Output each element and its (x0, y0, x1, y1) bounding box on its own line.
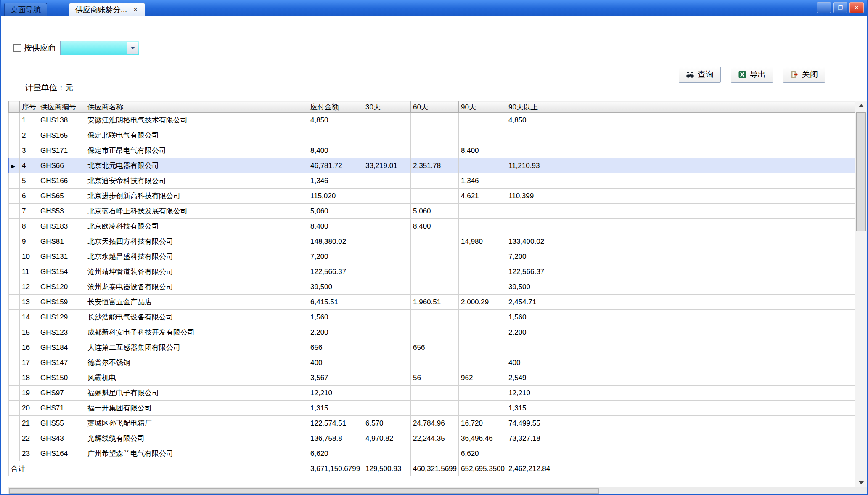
table-cell (411, 355, 459, 370)
table-row[interactable]: 19GHS97福鼎魁星电子有限公司12,21012,210 (9, 386, 857, 401)
table-cell: 6,620 (459, 446, 506, 461)
table-row[interactable]: 13GHS159长安恒富五金产品店6,415.511,960.512,000.2… (9, 295, 857, 310)
table-row[interactable]: 5GHS166北京迪安帝科技有限公司1,3461,346 (9, 173, 857, 189)
row-marker-icon: ▶ (11, 163, 15, 169)
table-cell: 保定市正昂电气有限公司 (85, 143, 308, 158)
table-cell: 4 (20, 158, 38, 173)
combobox-dropdown-button[interactable] (127, 42, 138, 54)
table-cell (363, 173, 411, 189)
vertical-scrollbar[interactable] (855, 101, 867, 487)
table-cell: 4,850 (506, 113, 554, 128)
table-row[interactable]: 16GHS184大连第二互感器集团有限公司656656 (9, 340, 857, 355)
table-cell: 11 (20, 264, 38, 279)
supplier-combobox[interactable] (60, 41, 139, 55)
horizontal-scrollbar-thumb[interactable] (9, 488, 599, 494)
table-cell (363, 189, 411, 204)
table-cell (411, 386, 459, 401)
table-row[interactable]: 3GHS171保定市正昂电气有限公司8,4008,400 (9, 143, 857, 158)
table-cell: 2,200 (506, 325, 554, 340)
column-header[interactable]: 序号 (20, 101, 38, 113)
table-row[interactable]: 21GHS55藁城区孙飞配电箱厂122,574.516,57024,784.96… (9, 416, 857, 431)
table-cell (363, 264, 411, 279)
table-row[interactable]: 22GHS43光辉线缆有限公司136,758.84,970.8222,244.3… (9, 431, 857, 446)
column-header[interactable] (554, 101, 857, 113)
table-row[interactable]: 7GHS53北京蓝石峰上科技发展有限公司5,0605,060 (9, 204, 857, 219)
table-cell: 长沙浩能电气设备有限公司 (85, 310, 308, 325)
table-cell (411, 401, 459, 416)
table-cell-filler (554, 340, 857, 355)
table-cell: 8,400 (411, 219, 459, 234)
column-header[interactable]: 90天以上 (506, 101, 554, 113)
close-page-button-label: 关闭 (802, 69, 818, 80)
query-button[interactable]: 查询 (679, 67, 721, 82)
table-cell (506, 446, 554, 461)
table-cell (363, 325, 411, 340)
exit-door-icon (790, 70, 799, 79)
table-cell: 133,400.02 (506, 234, 554, 249)
table-cell: 2,200 (308, 325, 363, 340)
table-row[interactable]: 14GHS129长沙浩能电气设备有限公司1,5601,560 (9, 310, 857, 325)
table-row[interactable]: ▶4GHS66北京北元电器有限公司46,781.7233,219.012,351… (9, 158, 857, 173)
table-cell-filler (554, 355, 857, 370)
table-row[interactable]: 2GHS165保定北联电气有限公司 (9, 128, 857, 143)
close-page-button[interactable]: 关闭 (783, 67, 825, 82)
window-controls: ─ ❐ ✕ (817, 2, 864, 13)
table-cell: 4,970.82 (363, 431, 411, 446)
table-row[interactable]: 18GHS150风霸机电3,567569622,549 (9, 370, 857, 386)
table-row[interactable]: 12GHS120沧州龙泰电器设备有限公司39,50039,500 (9, 279, 857, 295)
column-header[interactable]: 应付金额 (308, 101, 363, 113)
table-row[interactable]: 6GHS65北京进步创新高科技有限公司115,0204,621110,399 (9, 189, 857, 204)
supplier-filter-checkbox[interactable] (13, 44, 21, 52)
table-cell-filler (554, 325, 857, 340)
table-cell: GHS129 (38, 310, 85, 325)
table-header-row: 序号供应商编号供应商名称应付金额30天60天90天90天以上 (9, 101, 857, 113)
column-header[interactable]: 供应商编号 (38, 101, 85, 113)
supplier-filter-label: 按供应商 (24, 43, 56, 53)
table-cell: 11,210.93 (506, 158, 554, 173)
column-header[interactable]: 30天 (363, 101, 411, 113)
table-row[interactable]: 15GHS123成都新科安电子科技开发有限公司2,2002,200 (9, 325, 857, 340)
minimize-button[interactable]: ─ (817, 2, 831, 13)
table-cell: GHS55 (38, 416, 85, 431)
column-header[interactable]: 90天 (459, 101, 506, 113)
table-cell-filler (554, 113, 857, 128)
vertical-scrollbar-thumb[interactable] (856, 112, 866, 231)
table-cell-filler (554, 234, 857, 249)
table-cell: 36,496.46 (459, 431, 506, 446)
table-cell: 656 (411, 340, 459, 355)
horizontal-scrollbar[interactable] (8, 487, 867, 494)
tab-close-icon[interactable]: × (132, 6, 139, 13)
table-row[interactable]: 17GHS147德普尔不锈钢400400 (9, 355, 857, 370)
table-row[interactable]: 20GHS71福一开集团有限公司1,3151,315 (9, 401, 857, 416)
table-row[interactable]: 1GHS138安徽江淮朗格电气技术有限公司4,8504,850 (9, 113, 857, 128)
table-cell: GHS164 (38, 446, 85, 461)
table-cell: 福一开集团有限公司 (85, 401, 308, 416)
scroll-up-icon[interactable] (855, 104, 867, 107)
table-cell (363, 249, 411, 264)
table-cell (459, 279, 506, 295)
tab-desktop-nav[interactable]: 桌面导航 (4, 3, 47, 16)
table-cell (411, 128, 459, 143)
table-cell: 沧州靖坤管道装备有限公司 (85, 264, 308, 279)
total-cell: 3,671,150.6799 (308, 461, 363, 476)
tab-supplier-aging[interactable]: 供应商账龄分... × (69, 3, 145, 16)
table-row[interactable]: 11GHS154沧州靖坤管道装备有限公司122,566.37122,566.37 (9, 264, 857, 279)
table-cell: 4,850 (308, 113, 363, 128)
table-cell: 广州希望森兰电气有限公司 (85, 446, 308, 461)
export-button[interactable]: 导出 (731, 67, 773, 82)
table-cell: 2,454.71 (506, 295, 554, 310)
table-cell: 4,621 (459, 189, 506, 204)
table-cell (363, 340, 411, 355)
column-header[interactable]: 供应商名称 (85, 101, 308, 113)
row-gutter (9, 295, 20, 310)
maximize-button[interactable]: ❐ (833, 2, 847, 13)
table-cell: 110,399 (506, 189, 554, 204)
table-row[interactable]: 9GHS81北京天拓四方科技有限公司148,380.0214,980133,40… (9, 234, 857, 249)
table-row[interactable]: 10GHS131北京永越昌盛科技有限公司7,2007,200 (9, 249, 857, 264)
table-cell (411, 173, 459, 189)
table-row[interactable]: 23GHS164广州希望森兰电气有限公司6,6206,620 (9, 446, 857, 461)
scroll-down-icon[interactable] (855, 481, 867, 484)
close-window-button[interactable]: ✕ (849, 2, 864, 13)
table-row[interactable]: 8GHS183北京欧凌科技有限公司8,4008,400 (9, 219, 857, 234)
column-header[interactable]: 60天 (411, 101, 459, 113)
